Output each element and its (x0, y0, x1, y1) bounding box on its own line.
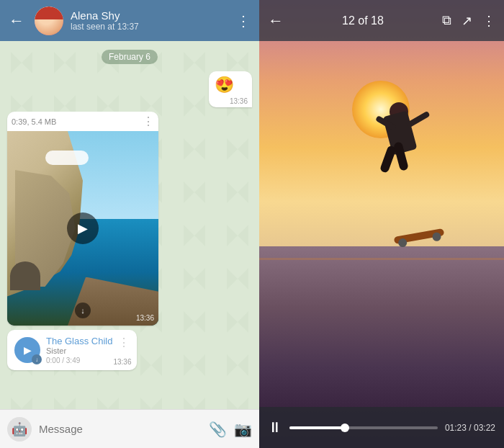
copy-button[interactable]: ⧉ (442, 13, 451, 28)
video-time: 13:36 (136, 314, 154, 322)
contact-name: Alena Shy (71, 9, 229, 22)
video-thumbnail[interactable]: ▶ ↓ 13:36 (7, 131, 158, 326)
play-button[interactable]: ▶ (67, 212, 99, 244)
video-header: 0:39, 5.4 MB ⋮ (7, 112, 158, 131)
audio-info: The Glass Child Sister 0:00 / 3:49 (46, 336, 112, 364)
video-message-row: 0:39, 5.4 MB ⋮ ▶ ↓ 13:36 (7, 112, 252, 326)
chat-bottom-bar: 🤖 📎 📷 (0, 409, 259, 448)
audio-message-row: ▶ ↓ The Glass Child Sister 0:00 / 3:49 ⋮… (7, 330, 252, 370)
share-button[interactable]: ↗ (462, 13, 472, 29)
viewer-menu-button[interactable]: ⋮ (482, 13, 495, 29)
message-input[interactable] (39, 416, 202, 442)
skate-scene (259, 0, 504, 448)
bot-icon[interactable]: 🤖 (7, 417, 32, 442)
rock (10, 261, 40, 291)
date-badge: February 6 (7, 50, 252, 64)
horizon-line (259, 258, 504, 260)
contact-status: last seen at 13:37 (71, 22, 229, 32)
audio-play-button[interactable]: ▶ ↓ (14, 337, 40, 363)
back-button[interactable]: ← (9, 12, 24, 30)
download-indicator[interactable]: ↓ (75, 303, 91, 318)
audio-outer: ▶ ↓ The Glass Child Sister 0:00 / 3:49 ⋮… (7, 330, 137, 370)
audio-menu-button[interactable]: ⋮ (118, 336, 130, 349)
header-menu-button[interactable]: ⋮ (236, 12, 251, 30)
emoji-bubble: 😍 13:36 (209, 71, 252, 107)
viewer-timestamps: 01:23 / 03:22 (445, 423, 495, 433)
video-meta: 0:39, 5.4 MB (12, 117, 56, 126)
camera-button[interactable]: 📷 (234, 421, 252, 438)
attach-button[interactable]: 📎 (209, 421, 227, 438)
audio-title: The Glass Child (46, 336, 112, 346)
viewer-panel: ← 12 of 18 ⧉ ↗ ⋮ ⏸ 01:23 / 03:22 (259, 0, 504, 448)
audio-download-dot: ↓ (32, 354, 42, 364)
time-separator: / (469, 423, 474, 433)
progress-fill (289, 426, 346, 429)
viewer-counter: 12 of 18 (291, 14, 435, 27)
chat-header: ← Alena Shy last seen at 13:37 ⋮ (0, 0, 259, 41)
skater (369, 99, 434, 192)
chat-panel: ← Alena Shy last seen at 13:37 ⋮ Februar… (0, 0, 259, 448)
viewer-header: ← 12 of 18 ⧉ ↗ ⋮ (259, 0, 504, 41)
video-bubble[interactable]: 0:39, 5.4 MB ⋮ ▶ ↓ 13:36 (7, 112, 158, 326)
video-menu-button[interactable]: ⋮ (143, 115, 154, 128)
date-label: February 6 (102, 50, 158, 64)
audio-subtitle: Sister (46, 346, 112, 355)
avatar (35, 6, 63, 35)
current-time: 01:23 (445, 423, 467, 433)
pause-button[interactable]: ⏸ (268, 419, 282, 436)
viewer-actions: ⧉ ↗ ⋮ (442, 13, 495, 29)
progress-bar[interactable] (289, 426, 438, 429)
contact-info: Alena Shy last seen at 13:37 (71, 9, 229, 32)
viewer-back-button[interactable]: ← (268, 12, 284, 30)
audio-bubble[interactable]: ▶ ↓ The Glass Child Sister 0:00 / 3:49 ⋮… (7, 330, 137, 370)
audio-progress: 0:00 / 3:49 (46, 357, 112, 364)
cloud (45, 151, 89, 165)
viewer-bottom-bar: ⏸ 01:23 / 03:22 (259, 407, 504, 448)
progress-thumb (341, 424, 349, 432)
emoji-message: 😍 13:36 (7, 71, 252, 107)
chat-area: February 6 😍 13:36 0:39, 5.4 MB ⋮ (0, 41, 259, 409)
audio-time: 13:36 (113, 358, 131, 366)
emoji-content: 😍 (215, 76, 246, 94)
total-time: 03:22 (474, 423, 495, 433)
emoji-time: 13:36 (230, 97, 248, 105)
